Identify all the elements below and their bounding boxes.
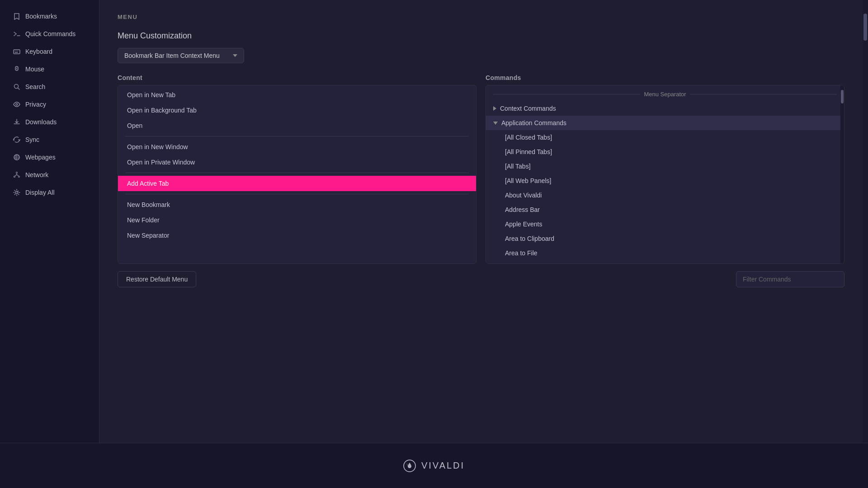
cmd-all-tabs[interactable]: [All Tabs] xyxy=(486,159,844,174)
list-item-new-separator[interactable]: New Separator xyxy=(118,228,476,243)
sidebar-label-sync: Sync xyxy=(25,136,39,143)
svg-line-8 xyxy=(18,88,20,90)
cmd-area-to-clipboard[interactable]: Area to Clipboard xyxy=(486,231,844,246)
dropdown-value: Bookmark Bar Item Context Menu xyxy=(124,52,228,59)
svg-rect-0 xyxy=(14,50,20,54)
sidebar-item-quick-commands[interactable]: Quick Commands xyxy=(4,25,95,42)
list-item-add-active-tab[interactable]: Add Active Tab xyxy=(118,176,476,191)
footer: VIVALDI xyxy=(0,443,868,488)
svg-point-9 xyxy=(16,103,18,105)
sep-line-left xyxy=(493,94,640,94)
sidebar-label-keyboard: Keyboard xyxy=(25,48,52,55)
sidebar-label-webpages: Webpages xyxy=(25,154,56,161)
download-icon xyxy=(13,118,21,126)
list-item-new-folder[interactable]: New Folder xyxy=(118,212,476,228)
quick-commands-icon xyxy=(13,30,21,38)
webpages-icon xyxy=(13,153,21,161)
list-item-open-private[interactable]: Open in Private Window xyxy=(118,155,476,170)
list-separator-1 xyxy=(125,136,469,136)
columns-layout: Content Open in New Tab Open in Backgrou… xyxy=(118,74,844,264)
sidebar: Bookmarks Quick Commands Keyboard xyxy=(0,0,99,443)
page-scrollbar-thumb[interactable] xyxy=(863,14,867,41)
vivaldi-brand-text: VIVALDI xyxy=(421,460,465,471)
sidebar-item-display-all[interactable]: Display All xyxy=(4,184,95,201)
sidebar-label-privacy: Privacy xyxy=(25,101,46,108)
page-title: MENU xyxy=(118,14,844,20)
cmd-all-closed-tabs[interactable]: [All Closed Tabs] xyxy=(486,130,844,145)
page-scrollbar xyxy=(863,0,868,443)
main-content: MENU Menu Customization Bookmark Bar Ite… xyxy=(99,0,863,443)
collapse-icon xyxy=(493,122,498,125)
cmd-all-web-panels[interactable]: [All Web Panels] xyxy=(486,174,844,188)
cmd-address-bar[interactable]: Address Bar xyxy=(486,202,844,217)
sidebar-item-keyboard[interactable]: Keyboard xyxy=(4,43,95,60)
sidebar-item-mouse[interactable]: Mouse xyxy=(4,61,95,78)
list-item-open[interactable]: Open xyxy=(118,118,476,133)
eye-icon xyxy=(13,100,21,108)
restore-default-button[interactable]: Restore Default Menu xyxy=(118,271,196,287)
sidebar-item-downloads[interactable]: Downloads xyxy=(4,113,95,131)
cmd-block-unblock[interactable]: Block/Unblock Ads and Tracking xyxy=(486,260,844,264)
section-title: Menu Customization xyxy=(118,31,844,41)
menu-type-dropdown-wrapper: Bookmark Bar Item Context Menu xyxy=(118,48,844,63)
sidebar-item-sync[interactable]: Sync xyxy=(4,131,95,148)
application-commands-group[interactable]: Application Commands xyxy=(486,116,844,130)
search-icon xyxy=(13,83,21,91)
commands-list: Menu Separator Context Commands Applicat… xyxy=(486,85,844,264)
menu-separator-item: Menu Separator xyxy=(486,87,844,101)
gear-icon xyxy=(13,188,21,197)
sidebar-label-bookmarks: Bookmarks xyxy=(25,13,57,20)
menu-separator-label: Menu Separator xyxy=(644,91,686,98)
scrollbar-thumb[interactable] xyxy=(841,90,844,103)
bottom-controls: Restore Default Menu xyxy=(118,271,844,287)
context-commands-label: Context Commands xyxy=(500,105,556,112)
cmd-area-to-file[interactable]: Area to File xyxy=(486,246,844,260)
sidebar-label-display-all: Display All xyxy=(25,189,55,196)
application-commands-label: Application Commands xyxy=(501,119,566,127)
cmd-apple-events[interactable]: Apple Events xyxy=(486,217,844,231)
sidebar-label-mouse: Mouse xyxy=(25,66,44,73)
list-item-open-new-tab[interactable]: Open in New Tab xyxy=(118,87,476,103)
content-column: Content Open in New Tab Open in Backgrou… xyxy=(118,74,476,264)
commands-column: Commands Menu Separator Context Commands xyxy=(486,74,844,264)
sep-line-right xyxy=(690,94,837,94)
mouse-icon xyxy=(13,65,21,73)
network-icon xyxy=(13,171,21,179)
sidebar-item-privacy[interactable]: Privacy xyxy=(4,96,95,113)
list-item-new-bookmark[interactable]: New Bookmark xyxy=(118,197,476,212)
content-list: Open in New Tab Open in Background Tab O… xyxy=(118,85,476,264)
list-item-open-new-window[interactable]: Open in New Window xyxy=(118,139,476,155)
sidebar-label-downloads: Downloads xyxy=(25,118,57,126)
vivaldi-logo-icon xyxy=(403,460,416,472)
sidebar-label-quick-commands: Quick Commands xyxy=(25,30,75,38)
bookmark-icon xyxy=(13,12,21,20)
list-item-open-bg-tab[interactable]: Open in Background Tab xyxy=(118,103,476,118)
sync-icon xyxy=(13,136,21,144)
sidebar-item-webpages[interactable]: Webpages xyxy=(4,149,95,166)
chevron-down-icon xyxy=(233,54,237,57)
sidebar-item-bookmarks[interactable]: Bookmarks xyxy=(4,8,95,25)
commands-header: Commands xyxy=(486,74,844,81)
cmd-about-vivaldi[interactable]: About Vivaldi xyxy=(486,188,844,202)
menu-type-dropdown[interactable]: Bookmark Bar Item Context Menu xyxy=(118,48,244,63)
expand-icon xyxy=(493,106,496,111)
cmd-all-pinned-tabs[interactable]: [All Pinned Tabs] xyxy=(486,145,844,159)
sidebar-item-search[interactable]: Search xyxy=(4,78,95,95)
filter-commands-input[interactable] xyxy=(736,271,844,287)
content-header: Content xyxy=(118,74,476,81)
scrollbar-track xyxy=(840,85,844,263)
sidebar-label-search: Search xyxy=(25,83,45,90)
list-separator-2 xyxy=(125,173,469,173)
sidebar-item-network[interactable]: Network xyxy=(4,166,95,183)
context-commands-group[interactable]: Context Commands xyxy=(486,101,844,116)
list-separator-3 xyxy=(125,194,469,194)
keyboard-icon xyxy=(13,47,21,56)
sidebar-label-network: Network xyxy=(25,171,48,178)
